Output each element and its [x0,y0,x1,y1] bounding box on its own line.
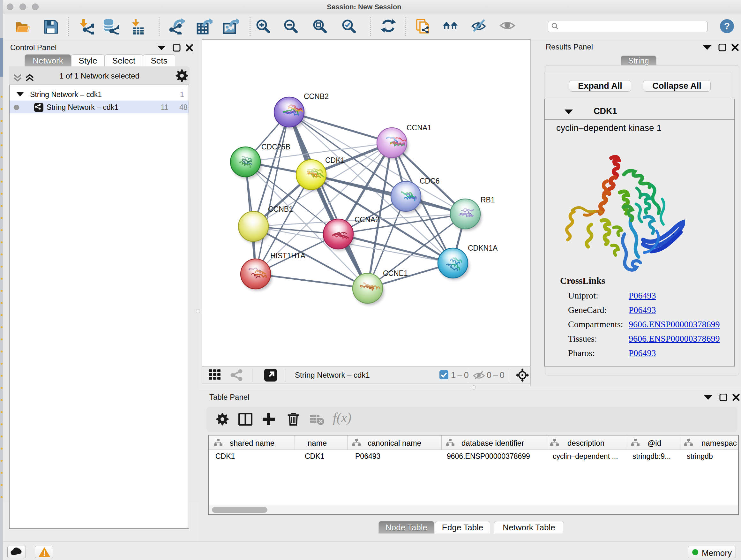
svg-text:CDC6: CDC6 [420,177,440,185]
svg-text:CCNB1: CCNB1 [268,205,293,213]
svg-text:CDC25B: CDC25B [261,143,290,151]
svg-text:CDKN1A: CDKN1A [468,244,498,252]
svg-text:CCNE1: CCNE1 [383,269,408,277]
svg-text:CCNB2: CCNB2 [304,92,329,101]
svg-text:CDK1: CDK1 [325,156,345,165]
svg-text:RB1: RB1 [481,196,495,204]
svg-text:CCNA2: CCNA2 [354,215,380,224]
svg-text:HIST1H1A: HIST1H1A [270,252,306,260]
svg-text:CCNA1: CCNA1 [407,124,431,132]
